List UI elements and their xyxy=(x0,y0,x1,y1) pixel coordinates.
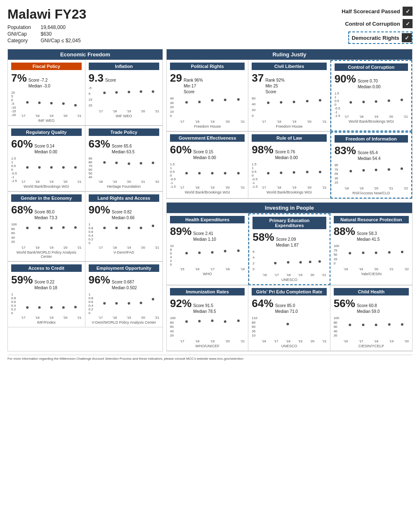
big-percentage: 89% xyxy=(170,225,192,238)
chart-source: Freedom House xyxy=(252,124,326,128)
indicator-card-control-corruption: Control of Corruption90%Score 0.70Median… xyxy=(330,60,412,131)
chart-dots-area xyxy=(262,250,326,271)
data-dot xyxy=(62,102,65,105)
ruling-justly-section: Ruling Justly Political Rights29Rank 96%… xyxy=(166,49,413,199)
chart-dots-area xyxy=(99,86,160,107)
score-line: 88%Score 58.3Median 41.5 xyxy=(334,225,409,242)
ef-row-2: Regulatory Quality60%Score 0.14Median 0.… xyxy=(8,126,163,191)
data-dot xyxy=(401,251,403,253)
score-line: 56%Score 60.8Median 59.0 xyxy=(334,297,409,315)
indicator-card-access-credit: Access to Credit59%Score 0.22Median 0.18… xyxy=(8,262,85,327)
data-dot xyxy=(62,306,65,309)
score-line: 60%Score 0.15Median 0.00 xyxy=(170,143,245,161)
indicator-card-inflation: Inflation9.3Score-551525'17'18'19'20'21I… xyxy=(85,60,163,126)
data-dot xyxy=(267,172,269,174)
chart-source: V-Dem/WORLD Policy Analysis Center xyxy=(89,320,160,324)
score-details: Score 0.82Median 0.66 xyxy=(112,209,135,221)
data-dot xyxy=(185,320,188,323)
chart-source: IMF WEO xyxy=(89,114,160,118)
data-dot xyxy=(362,169,365,172)
data-dot xyxy=(198,320,201,322)
data-dot xyxy=(115,91,118,94)
investing-people-section: Investing in People Health Expenditures8… xyxy=(166,202,413,351)
chart-source: Freedom House xyxy=(170,124,245,128)
chart-dots-area xyxy=(344,244,409,265)
gni-label: GNI/Cap xyxy=(7,31,41,37)
page: Malawi FY23 Population 19,648,000 GNI/Ca… xyxy=(0,0,420,367)
y-axis-labels: 10080604020 xyxy=(170,316,179,337)
data-dot xyxy=(388,168,390,171)
header-left: Malawi FY23 Population 19,648,000 GNI/Ca… xyxy=(7,7,86,44)
big-percentage: 92% xyxy=(170,297,192,310)
badge-democratic-check: ✓ xyxy=(402,33,412,42)
score-line: 92%Score 91.5Median 78.5 xyxy=(170,297,245,315)
score-details: Score 65.6Median 63.5 xyxy=(112,143,135,155)
big-percentage: 90% xyxy=(335,73,356,85)
x-axis-labels: '16'17'18'19'20 xyxy=(344,339,409,343)
big-percentage: 29 xyxy=(170,72,182,85)
score-details: Score 0.76Median 0.00 xyxy=(275,149,298,161)
data-dot xyxy=(62,226,65,229)
mini-chart: 10.80.60.40.20'17'18'19'20'21V-Dem/IFAD xyxy=(89,223,160,254)
big-percentage: 96% xyxy=(89,274,110,286)
y-axis-labels: 1086420 xyxy=(170,244,179,265)
chart-dots-area xyxy=(99,293,160,314)
data-dot xyxy=(115,162,118,164)
mini-chart: 1.510.50-0.5-1-1.5'17'18'19'20'21World B… xyxy=(170,162,245,194)
economic-freedom-cards: Fiscal Policy7%Score -7.2Median -3.01050… xyxy=(8,60,163,327)
mini-chart: -551525'17'18'19'20'21IMF WEO xyxy=(89,86,160,118)
data-dot xyxy=(362,101,365,103)
indicator-card-fiscal-policy: Fiscal Policy7%Score -7.2Median -3.01050… xyxy=(8,60,85,126)
data-dot xyxy=(362,324,364,326)
data-dot xyxy=(388,251,391,254)
data-dot xyxy=(103,161,106,164)
ef-row-3: Gender in the Economy68%Score 80.0Median… xyxy=(8,191,163,261)
main-grid: Economic Freedom Fiscal Policy7%Score -7… xyxy=(7,49,413,351)
gni-value: $630 xyxy=(41,31,86,37)
y-axis-labels: 1050-5-10-15-20 xyxy=(11,91,20,112)
category-value: GNI/Cap ≤ $2,045 xyxy=(41,38,86,44)
score-line: 68%Score 80.0Median 73.3 xyxy=(11,203,82,221)
y-axis-labels: 11085603510 xyxy=(252,316,261,337)
score-line: 90%Score 0.82Median 0.66 xyxy=(89,203,160,221)
score-line: 9.3Score xyxy=(89,72,160,85)
chart-dots-area xyxy=(180,162,245,184)
mini-chart: 10.80.60.40.20'17'18'19'20'21IMF/Findex xyxy=(11,293,82,324)
card-title-immunization: Immunization Rates xyxy=(170,288,245,295)
data-dot xyxy=(38,306,41,309)
data-dot xyxy=(198,252,201,254)
mini-chart: 10.80.60.40.20'17'18'19'20'21V-Dem/WORLD… xyxy=(89,293,160,324)
chart-dots-area xyxy=(180,97,245,118)
y-axis-labels: 10.80.60.40.20 xyxy=(11,293,20,314)
data-dot xyxy=(375,100,377,103)
score-details: Score 0.70Median 0.00 xyxy=(358,78,381,90)
ef-row-4: Access to Credit59%Score 0.22Median 0.18… xyxy=(8,261,163,327)
x-axis-labels: '17'18'19'20'21 xyxy=(21,180,82,184)
data-dot xyxy=(375,169,377,171)
population-label: Population xyxy=(7,24,41,30)
economic-freedom-section: Economic Freedom Fiscal Policy7%Score -7… xyxy=(7,49,163,351)
indicator-card-primary-edu-exp: Primary Education Expenditures58%Score 2… xyxy=(248,213,330,285)
chart-source: UNESCO xyxy=(252,278,326,282)
data-dot xyxy=(318,260,321,263)
card-title-primary-edu-exp: Primary Education Expenditures xyxy=(252,217,326,229)
y-axis-labels: -551525 xyxy=(89,86,98,107)
card-title-political-rights: Political Rights xyxy=(170,63,245,70)
ruling-justly-title: Ruling Justly xyxy=(167,49,412,60)
data-dot xyxy=(319,171,321,173)
y-axis-labels: 1.510.50-0.5-1-1.5 xyxy=(335,92,344,113)
score-details: Score 0.15Median 0.00 xyxy=(193,149,216,161)
data-dot xyxy=(299,261,302,264)
chart-dots-area xyxy=(180,244,245,265)
data-dot xyxy=(74,226,77,229)
score-line: 96%Score 0.687Median 0.502 xyxy=(89,274,160,291)
data-dot xyxy=(267,102,269,104)
chart-dots-area xyxy=(21,293,82,314)
card-title-fiscal-policy: Fiscal Policy xyxy=(11,63,82,70)
indicator-card-regulatory-quality: Regulatory Quality60%Score 0.14Median 0.… xyxy=(8,126,85,191)
card-title-land-rights: Land Rights and Access xyxy=(89,194,160,202)
big-percentage: 58% xyxy=(252,231,274,244)
score-line: 29Rank 96%Min 17Score xyxy=(170,72,245,95)
chart-dots-area xyxy=(344,316,409,337)
iip-row-1: Immunization Rates92%Score 91.5Median 78… xyxy=(167,285,412,351)
